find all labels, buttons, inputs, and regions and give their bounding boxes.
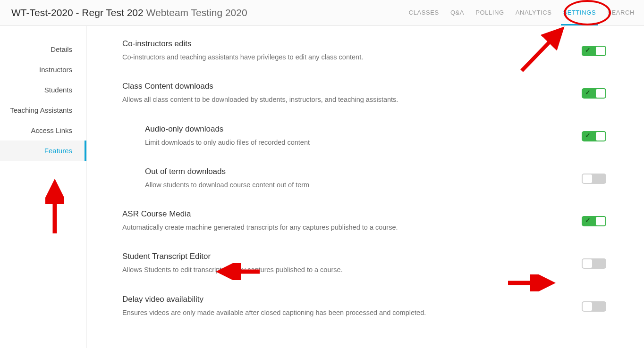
toggle-knob <box>596 132 605 141</box>
toggle-switch[interactable] <box>582 258 606 269</box>
toggle-switch[interactable] <box>582 174 606 184</box>
setting-row: Audio-only downloadsLimit downloads to o… <box>122 124 606 147</box>
setting-description: Co-instructors and teaching assistants h… <box>122 52 563 62</box>
title-name: Webteam Testing 2020 <box>146 7 247 18</box>
setting-row: Out of term downloadsAllow students to d… <box>122 167 606 190</box>
toggle-switch[interactable]: ✓ <box>582 131 606 141</box>
setting-row: Class Content downloadsAllows all class … <box>122 82 606 104</box>
setting-description: Allows Students to edit transcripts of a… <box>122 265 563 274</box>
settings-content: Co-instructors editsCo-instructors and t… <box>87 26 644 348</box>
setting-text: Class Content downloadsAllows all class … <box>122 82 582 104</box>
title-code: WT-Test-2020 - Regr Test 202 <box>11 7 144 18</box>
check-icon: ✓ <box>585 89 591 96</box>
page-header: WT-Test-2020 - Regr Test 202 Webteam Tes… <box>0 0 644 26</box>
setting-title: Co-instructors edits <box>122 39 563 49</box>
setting-text: Co-instructors editsCo-instructors and t… <box>122 39 582 62</box>
toggle-switch[interactable]: ✓ <box>582 88 606 99</box>
setting-title: Audio-only downloads <box>145 124 563 134</box>
setting-text: Student Transcript EditorAllows Students… <box>122 252 582 274</box>
setting-title: Out of term downloads <box>145 167 563 176</box>
sidebar-item-features[interactable]: Features <box>0 141 86 161</box>
check-icon: ✓ <box>585 46 591 54</box>
setting-title: ASR Course Media <box>122 209 563 219</box>
setting-description: Ensures videos are only made available a… <box>122 308 563 317</box>
setting-text: Audio-only downloadsLimit downloads to o… <box>145 124 582 147</box>
setting-title: Delay video availability <box>122 295 563 304</box>
setting-title: Class Content downloads <box>122 82 563 91</box>
tab-analytics[interactable]: ANALYTICS <box>516 9 552 17</box>
setting-row: ASR Course MediaAutomatically create mac… <box>122 209 606 232</box>
setting-description: Allow students to download course conten… <box>145 180 563 190</box>
main-layout: Details Instructors Students Teaching As… <box>0 26 644 348</box>
toggle-knob <box>596 89 605 98</box>
page-title: WT-Test-2020 - Regr Test 202 Webteam Tes… <box>11 7 247 18</box>
sidebar-item-teaching-assistants[interactable]: Teaching Assistants <box>0 100 86 120</box>
setting-description: Automatically create machine generated t… <box>122 223 563 232</box>
setting-description: Limit downloads to only audio files of r… <box>145 138 563 147</box>
toggle-knob <box>596 217 605 225</box>
check-icon: ✓ <box>585 132 591 139</box>
setting-row: Student Transcript EditorAllows Students… <box>122 252 606 274</box>
tab-search[interactable]: SEARCH <box>607 9 635 17</box>
toggle-knob <box>583 174 592 183</box>
tab-classes[interactable]: CLASSES <box>409 9 439 17</box>
toggle-knob <box>583 259 592 268</box>
sidebar: Details Instructors Students Teaching As… <box>0 26 87 348</box>
toggle-switch[interactable]: ✓ <box>582 46 606 56</box>
sidebar-item-access-links[interactable]: Access Links <box>0 120 86 141</box>
setting-text: ASR Course MediaAutomatically create mac… <box>122 209 582 232</box>
sidebar-item-instructors[interactable]: Instructors <box>0 59 86 80</box>
tab-settings[interactable]: SETTINGS <box>563 9 596 17</box>
setting-row: Delay video availabilityEnsures videos a… <box>122 295 606 317</box>
sidebar-item-details[interactable]: Details <box>0 39 86 59</box>
setting-row: Co-instructors editsCo-instructors and t… <box>122 39 606 62</box>
setting-title: Student Transcript Editor <box>122 252 563 261</box>
tab-qa[interactable]: Q&A <box>450 9 464 17</box>
toggle-knob <box>596 47 605 55</box>
setting-text: Delay video availabilityEnsures videos a… <box>122 295 582 317</box>
setting-description: Allows all class content to be downloade… <box>122 95 563 104</box>
toggle-knob <box>583 302 592 311</box>
tab-polling[interactable]: POLLING <box>475 9 504 17</box>
sidebar-item-students[interactable]: Students <box>0 80 86 100</box>
check-icon: ✓ <box>585 216 591 224</box>
nav-tabs: CLASSES Q&A POLLING ANALYTICS SETTINGS S… <box>409 9 635 17</box>
setting-text: Out of term downloadsAllow students to d… <box>145 167 582 190</box>
toggle-switch[interactable]: ✓ <box>582 216 606 226</box>
toggle-switch[interactable] <box>582 301 606 312</box>
